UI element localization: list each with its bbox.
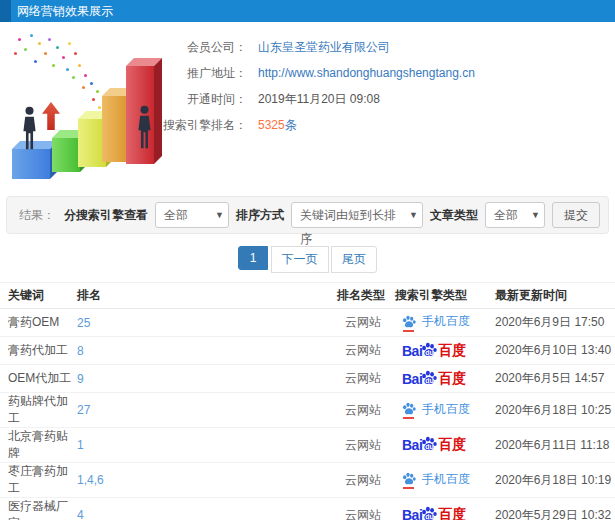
sort-select[interactable]: 关键词由短到长排序 ▼	[291, 202, 423, 228]
baidu-du-text: du	[425, 443, 434, 450]
rank-type-cell: 云网站	[345, 315, 381, 329]
mobile-baidu-logo: 手机百度	[402, 313, 470, 330]
keyword-cell: 膏药OEM	[8, 315, 59, 329]
article-type-value: 全部	[494, 208, 518, 222]
baidu-du-text: du	[425, 513, 434, 520]
result-label: 结果：	[19, 207, 55, 224]
rank-link[interactable]: 25	[77, 316, 90, 330]
baidu-logo: Bai du 百度	[402, 506, 466, 520]
update-time-cell: 2020年6月11日 11:18	[495, 438, 609, 452]
table-row: OEM代加工 9 云网站 手机百度 Bai du 百度 2020年6月5日 14…	[0, 365, 615, 393]
last-page-button[interactable]: 尾页	[331, 246, 377, 273]
keyword-cell: 药贴牌代加工	[8, 394, 68, 425]
open-time-label: 开通时间：	[0, 91, 247, 108]
rank-count-number: 5325	[258, 118, 285, 132]
page-header: 网络营销效果展示	[0, 0, 615, 22]
baidu-bai-text: Bai	[402, 507, 422, 520]
rank-type-cell: 云网站	[345, 508, 381, 520]
mobile-baidu-logo: 手机百度	[402, 471, 470, 488]
keyword-cell: 医疗器械厂家	[8, 499, 68, 520]
confetti-decoration	[8, 30, 11, 33]
table-row: 膏药OEM 25 云网站 手机百度 Bai du 百度 2020年6月9日 17…	[0, 309, 615, 337]
mobile-baidu-label: 手机百度	[422, 401, 470, 418]
keyword-cell: 膏药代加工	[8, 343, 68, 357]
filter-controls: 分搜索引擎查看 全部 ▼ 排序方式 关键词由短到长排序 ▼ 文章类型 全部 ▼ …	[64, 202, 600, 228]
rank-count-value: 5325条	[258, 117, 297, 134]
rank-count-unit[interactable]: 条	[285, 118, 297, 132]
table-row: 医疗器械厂家 4 云网站 手机百度 Bai du 百度 2020年5月29日 1…	[0, 498, 615, 520]
mobile-baidu-label: 手机百度	[422, 471, 470, 488]
bar-green	[52, 138, 80, 172]
baidu-wordmark: 百度	[438, 370, 466, 388]
rank-type-cell: 云网站	[345, 343, 381, 357]
engine-filter-value: 全部	[164, 208, 188, 222]
keyword-cell: 枣庄膏药加工	[8, 464, 68, 495]
baidu-du-text: du	[425, 377, 434, 384]
rank-count-label: 搜索引擎排名：	[0, 117, 247, 134]
header-rank: 排名	[77, 283, 332, 309]
rank-link[interactable]: 27	[77, 403, 90, 417]
filter-bar: 结果： 分搜索引擎查看 全部 ▼ 排序方式 关键词由短到长排序 ▼ 文章类型 全…	[6, 196, 609, 234]
baidu-bai-text: Bai	[402, 343, 422, 359]
baidu-paw-icon	[402, 472, 416, 486]
header-update-time: 最新更新时间	[495, 283, 615, 309]
company-link[interactable]: 山东皇圣堂药业有限公司	[258, 39, 390, 56]
rank-type-cell: 云网站	[345, 403, 381, 417]
engine-filter-select[interactable]: 全部 ▼	[155, 202, 229, 228]
baidu-paw-icon	[402, 315, 416, 329]
info-row-open-time: 开通时间： 2019年11月20日 09:08	[0, 86, 615, 112]
baidu-logo: Bai du 百度	[402, 342, 466, 360]
header-engine-type: 搜索引擎类型	[395, 283, 495, 309]
baidu-wordmark: 百度	[438, 506, 466, 520]
company-info: 会员公司： 山东皇圣堂药业有限公司 推广地址： http://www.shand…	[0, 34, 615, 138]
article-type-label: 文章类型	[430, 207, 478, 224]
rank-link[interactable]: 1	[77, 438, 84, 452]
mobile-baidu-label: 手机百度	[422, 313, 470, 330]
update-time-cell: 2020年6月5日 14:57	[495, 371, 604, 385]
baidu-logo: Bai du 百度	[402, 370, 466, 388]
engine-filter-label: 分搜索引擎查看	[64, 207, 148, 224]
header-rank-type: 排名类型	[332, 283, 395, 309]
rank-link[interactable]: 8	[77, 344, 84, 358]
baidu-paw-icon: du	[421, 370, 437, 386]
page-title: 网络营销效果展示	[17, 4, 113, 18]
info-row-rank-count: 搜索引擎排名： 5325条	[0, 112, 615, 138]
header-keyword: 关键词	[0, 283, 77, 309]
rank-link[interactable]: 9	[77, 372, 84, 386]
chevron-down-icon: ▼	[531, 203, 540, 227]
update-time-cell: 2020年5月29日 10:32	[495, 508, 611, 520]
bar-blue	[12, 149, 50, 179]
page-1-button[interactable]: 1	[238, 246, 268, 270]
info-row-url: 推广地址： http://www.shandonghuangshengtang.…	[0, 60, 615, 86]
sort-value: 关键词由短到长排序	[300, 208, 396, 246]
update-time-cell: 2020年6月9日 17:50	[495, 315, 604, 329]
keyword-cell: OEM代加工	[8, 371, 71, 385]
submit-button[interactable]: 提交	[552, 202, 600, 228]
mobile-baidu-logo: 手机百度	[402, 401, 470, 418]
next-page-button[interactable]: 下一页	[271, 246, 329, 273]
company-label: 会员公司：	[0, 39, 247, 56]
hero-section: 会员公司： 山东皇圣堂药业有限公司 推广地址： http://www.shand…	[0, 22, 615, 190]
baidu-paw-icon: du	[421, 436, 437, 452]
chevron-down-icon: ▼	[409, 203, 418, 227]
baidu-paw-icon: du	[421, 342, 437, 358]
baidu-paw-icon	[402, 402, 416, 416]
table-row: 膏药代加工 8 云网站 手机百度 Bai du 百度 2020年6月10日 13…	[0, 337, 615, 365]
sort-label: 排序方式	[236, 207, 284, 224]
baidu-wordmark: 百度	[438, 342, 466, 360]
baidu-wordmark: 百度	[438, 436, 466, 454]
baidu-du-text: du	[425, 349, 434, 356]
rank-link[interactable]: 1,4,6	[77, 473, 104, 487]
table-row: 药贴牌代加工 27 云网站 手机百度 Bai du 百度 2020年6月18日 …	[0, 393, 615, 428]
rank-link[interactable]: 4	[77, 508, 84, 520]
rank-type-cell: 云网站	[345, 371, 381, 385]
update-time-cell: 2020年6月18日 10:25	[495, 403, 611, 417]
baidu-paw-icon: du	[421, 506, 437, 520]
baidu-bai-text: Bai	[402, 437, 422, 453]
article-type-select[interactable]: 全部 ▼	[485, 202, 545, 228]
chevron-down-icon: ▼	[215, 203, 224, 227]
keyword-ranking-table: 关键词 排名 排名类型 搜索引擎类型 最新更新时间 膏药OEM 25 云网站 手…	[0, 282, 615, 520]
table-row: 枣庄膏药加工 1,4,6 云网站 手机百度 Bai du 百度 2020年6月1…	[0, 463, 615, 498]
open-time-value: 2019年11月20日 09:08	[258, 91, 380, 108]
promo-url-link[interactable]: http://www.shandonghuangshengtang.cn	[258, 66, 475, 80]
